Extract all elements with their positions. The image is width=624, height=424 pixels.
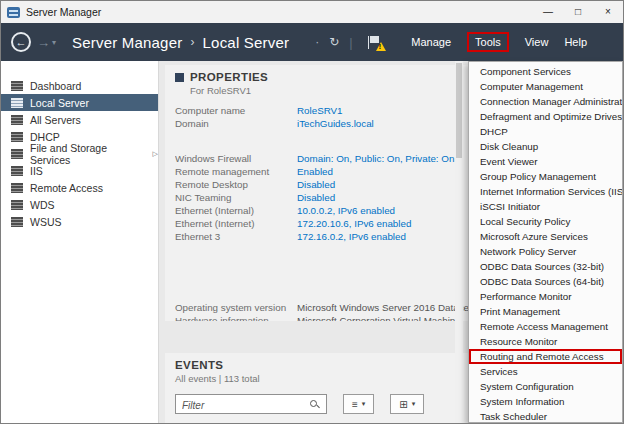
menu-view[interactable]: View [525,36,549,48]
tools-menu-item-iscsi-initiator[interactable]: iSCSI Initiator [469,199,622,214]
navbar: ← → ▾ Server Manager › Local Server · ↻ … [1,23,623,61]
property-label: Computer name [175,105,297,116]
property-value[interactable]: Disabled [297,192,335,203]
tools-menu-item-local-security-policy[interactable]: Local Security Policy [469,214,622,229]
tools-menu-item-routing-and-remote-access[interactable]: Routing and Remote Access [469,349,622,364]
sidebar-item-label: File and Storage Services [30,142,148,166]
minimize-button[interactable]: — [533,1,563,23]
property-label: Hardware information [175,315,297,321]
window-controls: — □ × [533,1,623,23]
menubar: ManageToolsViewHelp [411,32,587,52]
tools-menu-item-performance-monitor[interactable]: Performance Monitor [469,289,622,304]
back-button[interactable]: ← [11,32,31,52]
property-label: Windows Firewall [175,153,297,164]
menu-help[interactable]: Help [564,36,587,48]
sidebar-item-label: All Servers [30,114,81,126]
menu-manage[interactable]: Manage [411,36,451,48]
maximize-button[interactable]: □ [563,1,593,23]
refresh-icon[interactable]: ↻ [329,35,339,49]
dashboard-icon [11,81,23,91]
tools-menu-item-group-policy-management[interactable]: Group Policy Management [469,169,622,184]
events-grouping-dropdown[interactable]: ⊞ ▾ [390,394,424,414]
events-filter-input[interactable] [176,397,326,415]
chevron-down-icon: ▾ [362,400,366,408]
breadcrumb: Server Manager › Local Server [72,34,289,51]
history-dropdown-icon[interactable]: ▾ [52,38,56,47]
sidebar-item-label: IIS [30,165,43,177]
warning-icon [376,42,386,51]
search-icon [310,400,317,407]
iis-icon [11,166,23,176]
list-icon: ≡ [352,399,358,410]
tools-menu-item-resource-monitor[interactable]: Resource Monitor [469,334,622,349]
sidebar-item-label: Local Server [30,97,89,109]
tools-menu-item-odbc-data-sources-32-bit[interactable]: ODBC Data Sources (32-bit) [469,259,622,274]
sidebar-item-label: Dashboard [30,80,81,92]
tools-menu-item-task-scheduler[interactable]: Task Scheduler [469,409,622,423]
dhcp-icon [11,132,23,142]
forward-button[interactable]: → [37,35,50,50]
close-button[interactable]: × [593,1,623,23]
breadcrumb-separator-icon: › [190,35,194,49]
breadcrumb-current[interactable]: Local Server [203,34,290,51]
grid-icon: ⊞ [399,399,407,410]
properties-title: PROPERTIES [190,71,268,83]
tools-menu-item-remote-access-management[interactable]: Remote Access Management [469,319,622,334]
menu-tools[interactable]: Tools [467,32,509,52]
events-saved-filters-dropdown[interactable]: ≡ ▾ [343,394,374,414]
local-server-icon [11,98,23,108]
property-label: Remote management [175,166,297,177]
titlebar: Server Manager — □ × [1,1,623,23]
notifications-flag-icon[interactable] [367,35,383,50]
tools-menu-item-dhcp[interactable]: DHCP [469,124,622,139]
property-value[interactable]: RoleSRV1 [297,105,343,116]
properties-subtitle: For RoleSRV1 [190,85,268,96]
expand-chevron-icon[interactable]: ▷ [153,150,158,158]
sidebar-item-file-and-storage-services[interactable]: File and Storage Services▷ [1,145,158,162]
wsus-icon [11,217,23,227]
sidebar-item-remote-access[interactable]: Remote Access [1,179,158,196]
chevron-down-icon: ▾ [412,400,416,408]
events-filter-box [175,394,327,414]
property-value[interactable]: 172.16.0.2, IPv6 enabled [297,231,406,242]
sidebar-item-label: Remote Access [30,182,103,194]
property-label: Ethernet 3 [175,231,297,242]
sidebar-item-local-server[interactable]: Local Server [1,94,158,111]
property-label: NIC Teaming [175,192,297,203]
sidebar-item-dashboard[interactable]: Dashboard [1,77,158,94]
file-storage-icon [11,149,23,159]
tools-menu: Component ServicesComputer ManagementCon… [468,61,623,423]
property-label: Ethernet (Internet) [175,218,297,229]
property-value[interactable]: 10.0.0.2, IPv6 enabled [297,205,395,216]
tools-menu-item-system-information[interactable]: System Information [469,394,622,409]
content-scrollbar[interactable] [455,61,463,424]
sidebar-item-all-servers[interactable]: All Servers [1,111,158,128]
sidebar-item-wds[interactable]: WDS [1,196,158,213]
remote-access-icon [11,183,23,193]
tools-menu-item-defragment-and-optimize-drives[interactable]: Defragment and Optimize Drives [469,109,622,124]
breadcrumb-root[interactable]: Server Manager [72,34,182,51]
tools-menu-item-event-viewer[interactable]: Event Viewer [469,154,622,169]
tools-menu-item-component-services[interactable]: Component Services [469,64,622,79]
property-value[interactable]: 172.20.10.6, IPv6 enabled [297,218,411,229]
tools-menu-item-disk-cleanup[interactable]: Disk Cleanup [469,139,622,154]
property-value[interactable]: Enabled [297,166,333,177]
property-value[interactable]: Domain: On, Public: On, Private: On [297,153,454,164]
tools-menu-item-print-management[interactable]: Print Management [469,304,622,319]
property-value[interactable]: iTechGuides.local [297,118,374,129]
server-manager-window: Server Manager — □ × ← → ▾ Server Manage… [0,0,624,424]
tools-menu-item-system-configuration[interactable]: System Configuration [469,379,622,394]
server-manager-app-icon [7,7,20,18]
tools-menu-item-services[interactable]: Services [469,364,622,379]
tools-menu-item-odbc-data-sources-64-bit[interactable]: ODBC Data Sources (64-bit) [469,274,622,289]
tools-menu-item-computer-management[interactable]: Computer Management [469,79,622,94]
property-label: Remote Desktop [175,179,297,190]
tools-menu-item-connection-manager-administration[interactable]: Connection Manager Administration [469,94,622,109]
property-value[interactable]: Disabled [297,179,335,190]
wds-icon [11,200,23,210]
tools-menu-item-network-policy-server[interactable]: Network Policy Server [469,244,622,259]
sidebar-item-wsus[interactable]: WSUS [1,213,158,230]
tools-menu-item-microsoft-azure-services[interactable]: Microsoft Azure Services [469,229,622,244]
tools-menu-item-internet-information-services-iis[interactable]: Internet Information Services (IIS) [469,184,622,199]
scrollbar-thumb[interactable] [456,63,462,158]
